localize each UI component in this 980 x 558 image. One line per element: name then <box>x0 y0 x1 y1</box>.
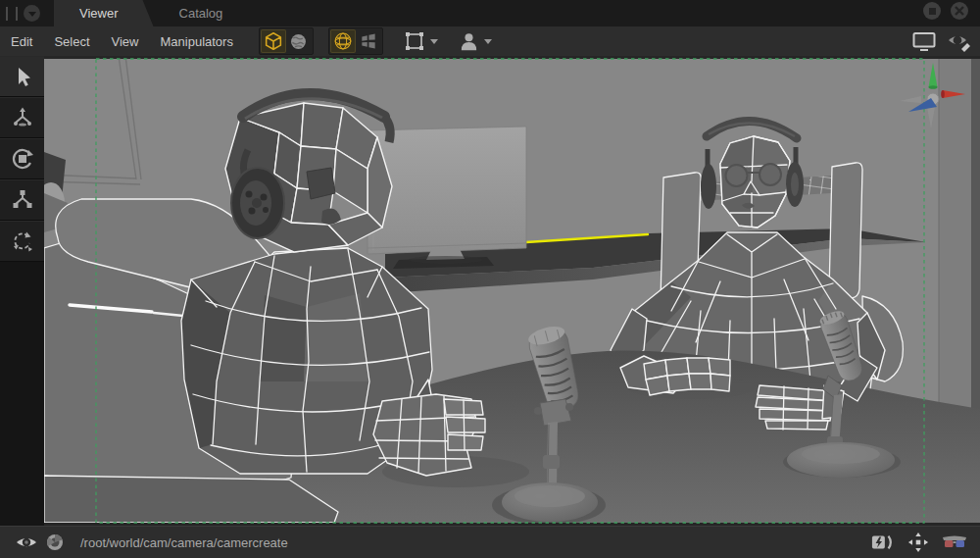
tool-select[interactable] <box>0 56 44 97</box>
shutter-icon[interactable] <box>46 533 64 551</box>
pan-icon[interactable] <box>907 532 929 553</box>
windows-view-button[interactable] <box>356 29 381 53</box>
tab-viewer[interactable]: Viewer <box>54 0 154 26</box>
menu-edit[interactable]: Edit <box>0 34 43 49</box>
eye-icon[interactable] <box>16 534 37 550</box>
panel-menu-button[interactable] <box>24 5 40 22</box>
restore-icon <box>928 7 937 16</box>
windows-icon <box>359 31 378 51</box>
camera-path[interactable]: /root/world/cam/camera/camercreate <box>80 535 288 550</box>
wireframe-sphere-button[interactable] <box>330 29 356 53</box>
restore-button[interactable] <box>923 2 941 20</box>
globe-icon <box>288 31 309 52</box>
eye-edit-icon[interactable] <box>947 29 972 53</box>
tv-screen[interactable] <box>368 127 526 264</box>
tool-sidebar <box>0 56 44 527</box>
display-icon[interactable] <box>911 29 937 53</box>
environment-mode-button[interactable] <box>286 29 312 53</box>
menu-bar: Edit Select View Manipulators <box>0 26 980 57</box>
stereo-3d-icon[interactable] <box>942 533 967 551</box>
tool-rotate[interactable] <box>0 138 44 179</box>
cursor-arrow-icon <box>10 64 35 89</box>
rotate-manipulator-icon <box>10 146 35 172</box>
viewport-canvas[interactable] <box>44 56 980 527</box>
chevron-down-icon <box>430 39 438 44</box>
scale-manipulator-icon <box>10 187 35 213</box>
orbit-rotate-icon <box>10 228 35 254</box>
wire-sphere-icon <box>332 30 354 52</box>
translate-manipulator-icon <box>10 105 35 130</box>
tab-catalog[interactable]: Catalog <box>154 0 249 26</box>
tool-translate[interactable] <box>0 97 44 138</box>
menu-select[interactable]: Select <box>43 34 100 49</box>
menu-manipulators[interactable]: Manipulators <box>150 34 244 49</box>
status-bar: /root/world/cam/camera/camercreate <box>0 526 980 558</box>
marquee-select-icon <box>403 29 426 53</box>
tab-bar: Viewer Catalog <box>0 0 980 26</box>
viewport-3d[interactable] <box>44 56 980 527</box>
close-button[interactable] <box>951 2 968 20</box>
tool-scale[interactable] <box>0 179 44 221</box>
panel-drag-handle[interactable] <box>6 7 18 21</box>
chevron-down-icon <box>27 9 37 19</box>
person-view-button[interactable] <box>458 30 492 53</box>
application-window: Viewer Catalog Edit Select View Manipula… <box>0 0 980 558</box>
chevron-down-icon <box>484 39 492 44</box>
cube-icon <box>263 30 284 52</box>
render-flash-icon[interactable] <box>871 533 895 551</box>
menu-view[interactable]: View <box>101 34 150 49</box>
tool-orbit[interactable] <box>0 221 44 262</box>
display-mode-group <box>328 27 383 55</box>
marquee-select-button[interactable] <box>403 29 438 53</box>
person-icon <box>458 30 480 53</box>
shaded-mode-button[interactable] <box>261 29 286 53</box>
close-icon <box>955 6 964 16</box>
shading-mode-group <box>259 27 314 55</box>
